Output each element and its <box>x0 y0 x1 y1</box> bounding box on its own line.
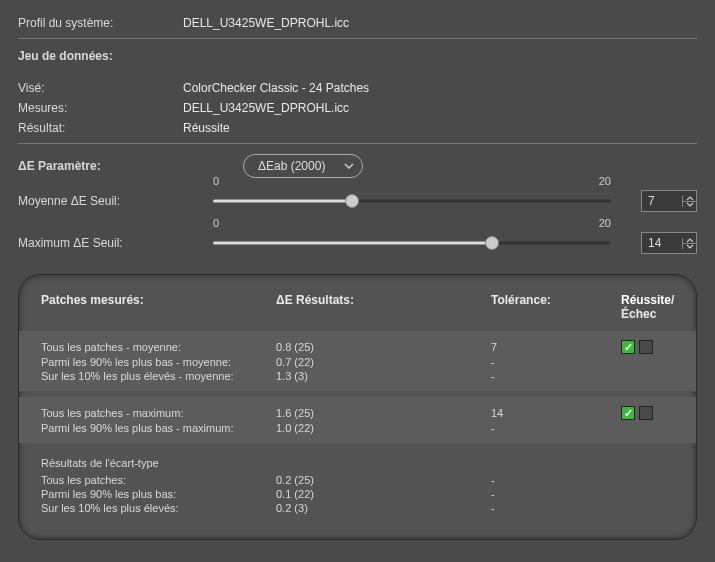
table-row: Tous les patches: 0.2 (25) - <box>41 473 674 487</box>
de-parameter-selected: ΔEab (2000) <box>258 159 325 173</box>
avg-threshold-label: Moyenne ΔE Seuil: <box>18 194 213 208</box>
avg-slider-max: 20 <box>599 175 611 187</box>
avg-threshold-numbox[interactable]: 7 <box>641 190 697 212</box>
resultat-value: Réussite <box>183 121 230 135</box>
results-group-stddev: Résultats de l'écart-type Tous les patch… <box>41 449 674 523</box>
max-slider-thumb[interactable] <box>485 236 499 250</box>
max-threshold-slider[interactable] <box>213 233 611 253</box>
results-panel: Patches mesurés: ΔE Résultats: Tolérance… <box>18 274 697 540</box>
system-profile-label: Profil du système: <box>18 16 183 30</box>
max-threshold-numbox[interactable]: 14 <box>641 232 697 254</box>
fail-checkbox <box>639 406 653 420</box>
de-parameter-label: ΔE Paramètre: <box>18 159 243 173</box>
pass-checkbox <box>621 406 635 420</box>
de-parameter-row: ΔE Paramètre: ΔEab (2000) <box>18 154 697 178</box>
system-profile-value: DELL_U3425WE_DPROHL.icc <box>183 16 349 30</box>
dataset-heading: Jeu de données: <box>18 49 183 63</box>
dataset-heading-row: Jeu de données: <box>18 49 697 63</box>
fail-checkbox <box>639 340 653 354</box>
de-parameter-dropdown[interactable]: ΔEab (2000) <box>243 154 363 178</box>
pass-checkbox <box>621 340 635 354</box>
header-patches: Patches mesurés: <box>41 293 276 321</box>
avg-threshold-slider[interactable] <box>213 191 611 211</box>
max-threshold-row: Maximum ΔE Seuil: 0 20 14 <box>18 232 697 254</box>
system-profile-row: Profil du système: DELL_U3425WE_DPROHL.i… <box>18 16 697 30</box>
max-spin-down[interactable] <box>683 244 696 249</box>
chevron-down-icon <box>344 163 354 169</box>
max-threshold-value: 14 <box>642 236 682 250</box>
header-tolerance: Tolérance: <box>491 293 621 321</box>
results-group-maximum: Tous les patches - maximum: 1.6 (25) 14 … <box>19 397 696 443</box>
vise-value: ColorChecker Classic - 24 Patches <box>183 81 369 95</box>
table-row: Parmi les 90% les plus bas - moyenne: 0.… <box>41 355 674 369</box>
avg-threshold-row: Moyenne ΔE Seuil: 0 20 7 <box>18 190 697 212</box>
table-row: Tous les patches - moyenne: 0.8 (25) 7 <box>41 339 674 355</box>
table-row: Sur les 10% les plus élevés: 0.2 (3) - <box>41 501 674 515</box>
results-header: Patches mesurés: ΔE Résultats: Tolérance… <box>41 293 674 321</box>
max-slider-max: 20 <box>599 217 611 229</box>
mesures-label: Mesures: <box>18 101 183 115</box>
header-de: ΔE Résultats: <box>276 293 491 321</box>
max-slider-min: 0 <box>213 217 219 229</box>
mesures-row: Mesures: DELL_U3425WE_DPROHL.icc <box>18 101 697 115</box>
header-passfail: Réussite/Échec <box>621 293 674 321</box>
vise-label: Visé: <box>18 81 183 95</box>
resultat-label: Résultat: <box>18 121 183 135</box>
stddev-title: Résultats de l'écart-type <box>41 457 674 469</box>
resultat-row: Résultat: Réussite <box>18 121 697 135</box>
table-row: Sur les 10% les plus élevés - moyenne: 1… <box>41 369 674 383</box>
separator <box>18 38 697 39</box>
avg-slider-min: 0 <box>213 175 219 187</box>
avg-spin-down[interactable] <box>683 202 696 207</box>
results-group-average: Tous les patches - moyenne: 0.8 (25) 7 P… <box>19 331 696 391</box>
avg-slider-thumb[interactable] <box>345 194 359 208</box>
table-row: Tous les patches - maximum: 1.6 (25) 14 <box>41 405 674 421</box>
table-row: Parmi les 90% les plus bas: 0.1 (22) - <box>41 487 674 501</box>
separator <box>18 143 697 144</box>
mesures-value: DELL_U3425WE_DPROHL.icc <box>183 101 349 115</box>
max-threshold-label: Maximum ΔE Seuil: <box>18 236 213 250</box>
vise-row: Visé: ColorChecker Classic - 24 Patches <box>18 81 697 95</box>
avg-threshold-value: 7 <box>642 194 682 208</box>
table-row: Parmi les 90% les plus bas - maximum: 1.… <box>41 421 674 435</box>
